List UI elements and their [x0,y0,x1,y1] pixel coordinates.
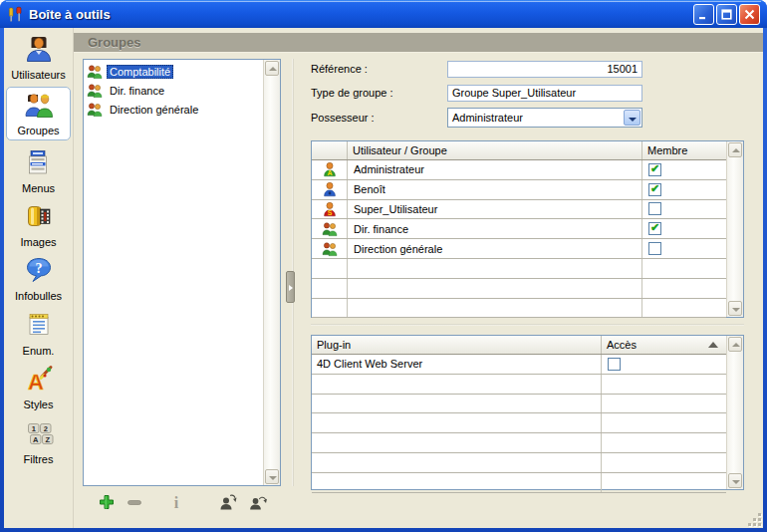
title-bar[interactable]: Boîte à outils [0,0,767,28]
sidebar-item-label: Groupes [7,125,70,136]
plugins-table: Plug-in Accès 4D Client Web Server [311,335,744,490]
member-checkbox[interactable] [648,183,661,196]
svg-text:A: A [33,435,39,444]
sidebar-item-styles[interactable]: A Styles [6,362,71,413]
reference-field[interactable]: 15001 [447,61,642,78]
info-button[interactable]: i [167,493,185,511]
svg-text:1: 1 [31,424,35,433]
scroll-down-icon[interactable] [265,469,279,484]
svg-text:A: A [327,170,332,177]
group-list[interactable]: Comptabilité Dir. finance [83,59,281,486]
sidebar-item-label: Enum. [6,345,71,357]
sidebar-item-menus[interactable]: Menus [6,145,71,197]
empty-row [312,413,726,433]
group-list-item[interactable]: Comptabilité [84,62,263,81]
section-divider [311,324,744,326]
access-column-label: Accès [607,336,637,354]
add-button[interactable] [98,493,116,511]
plugin-column-header[interactable]: Plug-in [312,336,602,354]
icon-column-header[interactable] [312,141,348,159]
scroll-up-icon[interactable] [728,142,742,157]
svg-text:A: A [28,370,44,394]
access-checkbox[interactable] [608,358,621,371]
refresh-user-icon [249,493,267,511]
sidebar-item-label: Utilisateurs [6,69,71,81]
chevron-down-icon[interactable] [624,110,640,126]
group-name: Direction générale [107,103,201,117]
members-table-scrollbar[interactable] [726,141,743,317]
admin-user-icon: A [322,161,338,177]
sidebar-item-filtres[interactable]: 1 2 A Z Filtres [6,416,71,468]
splitter-handle[interactable] [286,271,295,303]
member-checkbox[interactable] [648,163,661,176]
plugins-table-scrollbar[interactable] [726,336,743,489]
close-button[interactable] [739,4,760,25]
scroll-down-icon[interactable] [728,473,742,488]
empty-row [312,279,726,299]
sidebar-item-infobulles[interactable]: ? Infobulles [6,253,71,305]
sidebar: Utilisateurs Groupes [4,28,74,528]
empty-row [312,375,726,395]
styled-letter-icon: A [24,364,54,394]
remove-button[interactable] [126,493,143,511]
super-user-icon: S [322,201,338,217]
table-row[interactable]: S Super_Utilisateur [312,200,726,220]
owner-label: Possesseur : [311,110,375,127]
sort-ascending-icon[interactable] [708,342,718,348]
group-icon [87,83,103,99]
empty-row [312,473,726,493]
group-list-scrollbar[interactable] [263,60,280,485]
minimize-button[interactable] [693,4,714,25]
group-name: Dir. finance [107,84,167,98]
maximize-button[interactable] [716,4,737,25]
resize-grip[interactable] [746,511,761,526]
table-row[interactable]: Benoît [312,180,726,200]
owner-dropdown[interactable]: Administrateur [447,108,642,128]
refresh-users-button[interactable] [249,493,267,511]
table-row[interactable]: 4D Client Web Server [312,355,726,375]
window-title: Boîte à outils [29,7,111,22]
member-checkbox[interactable] [648,222,661,235]
sidebar-item-label: Filtres [6,453,71,465]
member-checkbox[interactable] [648,242,661,255]
group-icon [87,102,103,118]
table-row[interactable]: Dir. finance [312,219,726,239]
user-icon [322,181,338,197]
sidebar-item-enum[interactable]: Enum. [6,308,71,360]
group-list-item[interactable]: Dir. finance [84,81,263,100]
scroll-down-icon[interactable] [728,301,742,316]
scroll-up-icon[interactable] [728,337,742,352]
sidebar-item-images[interactable]: Images [6,199,71,251]
members-table-header[interactable]: Utilisateur / Groupe Membre [312,141,726,160]
sidebar-item-utilisateurs[interactable]: Utilisateurs [6,32,71,84]
member-column-header[interactable]: Membre [642,141,726,159]
member-name: Administrateur [348,160,642,179]
import-user-icon [219,493,237,511]
user-group-column-header[interactable]: Utilisateur / Groupe [348,141,642,159]
member-checkbox[interactable] [648,202,661,215]
empty-row [312,433,726,453]
add-icon [98,493,116,511]
sidebar-item-label: Styles [6,399,71,410]
member-name: Direction générale [348,239,642,258]
plugins-table-header[interactable]: Plug-in Accès [312,336,726,355]
scroll-up-icon[interactable] [265,61,279,76]
group-list-item[interactable]: Direction générale [84,100,263,119]
access-column-header[interactable]: Accès [602,336,726,354]
table-row[interactable]: Direction générale [312,239,726,259]
film-roll-icon [24,201,54,231]
page-header: Groupes [74,33,763,53]
empty-row [312,299,726,319]
sidebar-item-groupes[interactable]: Groupes [6,87,71,140]
group-type-field[interactable]: Groupe Super_Utilisateur [447,85,642,102]
svg-text:S: S [327,209,332,216]
sidebar-item-label: Infobulles [6,290,71,302]
info-icon: i [167,493,185,511]
import-users-button[interactable] [219,493,237,511]
member-name: Dir. finance [348,219,642,238]
toolbox-window: Boîte à outils Utilisateurs [0,0,767,532]
page-title: Groupes [88,33,140,53]
notepad-list-icon [24,310,54,340]
reference-label: Référence : [311,61,368,78]
table-row[interactable]: A Administrateur [312,160,726,180]
